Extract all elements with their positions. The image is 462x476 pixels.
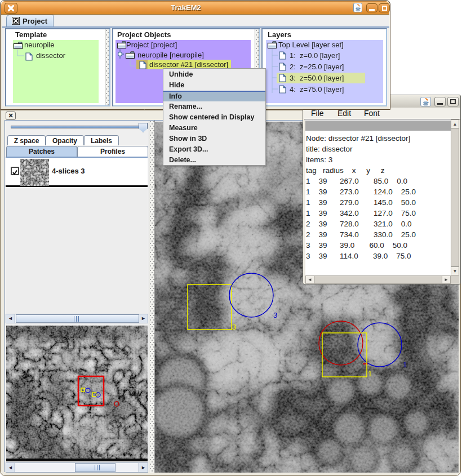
svg-text:dissector #21 [dissector]: dissector #21 [dissector] [149, 60, 228, 69]
svg-text:1: z=0.0 [layer]: 1: z=0.0 [layer] [290, 51, 340, 60]
svg-text:Project [project]: Project [project] [126, 41, 177, 49]
svg-text:Top Level [layer set]: Top Level [layer set] [278, 41, 344, 49]
svg-text:1: 1 [403, 361, 407, 369]
svg-text:2: z=25.0 [layer]: 2: z=25.0 [layer] [290, 63, 344, 71]
svg-text:3: z=50.0 [layer]: 3: z=50.0 [layer] [290, 74, 344, 82]
svg-text:3: 3 [232, 323, 236, 331]
svg-text:4: z=75.0 [layer]: 4: z=75.0 [layer] [290, 85, 344, 94]
svg-text:dissector: dissector [36, 51, 66, 60]
svg-text:neuropile [neuropile]: neuropile [neuropile] [137, 51, 204, 59]
svg-text:neuropile: neuropile [24, 41, 55, 49]
svg-text:3: 3 [273, 311, 277, 319]
svg-text:1: 1 [368, 370, 372, 378]
